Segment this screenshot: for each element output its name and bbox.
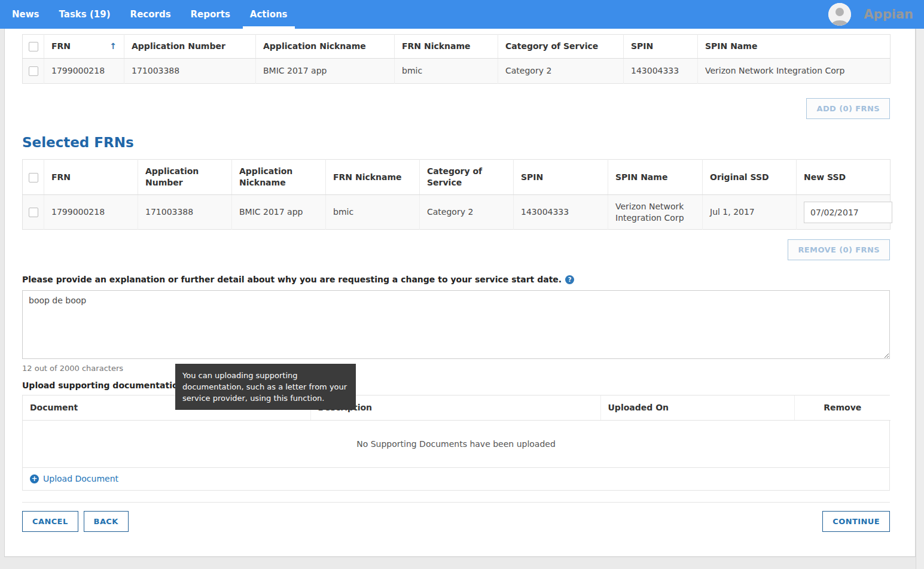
column-header-spin[interactable]: SPIN	[624, 35, 698, 59]
column-header-frn[interactable]: FRN ↑	[44, 35, 124, 59]
cell-frn-nickname: bmic	[326, 195, 420, 230]
selected-frns-heading: Selected FRNs	[22, 135, 890, 150]
column-header-original-ssd[interactable]: Original SSD	[703, 160, 797, 195]
column-header-application-nickname[interactable]: Application Nickname	[232, 160, 326, 195]
vertical-scrollbar[interactable]	[916, 29, 924, 569]
character-count: 12 out of 2000 characters	[22, 364, 890, 373]
cell-category-of-service: Category 2	[498, 59, 624, 84]
table-header-row: FRN ↑ Application Number Application Nic…	[23, 35, 891, 59]
cell-spin: 143004333	[624, 59, 698, 84]
nav-item-tasks[interactable]: Tasks (19)	[52, 0, 118, 29]
person-icon	[828, 3, 851, 26]
cell-application-number: 171003388	[138, 195, 232, 230]
active-tab-underline	[243, 26, 295, 29]
nav-item-actions[interactable]: Actions	[243, 0, 295, 29]
cell-spin-name: Verizon Network Integration Corp	[698, 59, 891, 84]
selected-frns-table: FRN Application Number Application Nickn…	[22, 159, 891, 230]
nav-item-news[interactable]: News	[5, 0, 47, 29]
column-header-new-ssd[interactable]: New SSD	[797, 160, 891, 195]
column-header-remove: Remove	[794, 395, 891, 420]
nav-item-label: Records	[130, 9, 171, 20]
nav-item-records[interactable]: Records	[123, 0, 178, 29]
cell-application-nickname: BMIC 2017 app	[232, 195, 326, 230]
column-header-application-number[interactable]: Application Number	[124, 35, 256, 59]
new-ssd-input[interactable]	[804, 202, 892, 223]
table-header-row: Document Description Uploaded On Remove	[23, 395, 891, 420]
column-header-category-of-service[interactable]: Category of Service	[498, 35, 624, 59]
explanation-label-text: Please provide an explanation or further…	[22, 273, 562, 285]
column-header-category-of-service[interactable]: Category of Service	[420, 160, 514, 195]
upload-document-label: Upload Document	[43, 474, 118, 483]
column-header-spin[interactable]: SPIN	[514, 160, 608, 195]
table-header-row: FRN Application Number Application Nickn…	[23, 160, 891, 195]
available-frns-table: FRN ↑ Application Number Application Nic…	[22, 34, 891, 84]
add-frns-button[interactable]: ADD (0) FRNS	[806, 98, 890, 119]
upload-document-link[interactable]: + Upload Document	[30, 474, 118, 483]
remove-frns-button[interactable]: REMOVE (0) FRNS	[788, 239, 890, 260]
column-header-frn[interactable]: FRN	[44, 160, 138, 195]
select-all-checkbox[interactable]	[29, 173, 38, 182]
top-navbar: News Tasks (19) Records Reports Actions …	[0, 0, 924, 29]
cancel-button[interactable]: CANCEL	[22, 511, 78, 532]
user-avatar-icon[interactable]	[828, 3, 851, 26]
column-header-frn-nickname[interactable]: FRN Nickname	[395, 35, 498, 59]
nav-item-reports[interactable]: Reports	[184, 0, 237, 29]
plus-circle-icon: +	[30, 474, 39, 483]
table-row: 1799000218 171003388 BMIC 2017 app bmic …	[23, 195, 891, 230]
documents-section: Document Description Uploaded On Remove …	[22, 395, 890, 491]
cell-original-ssd: Jul 1, 2017	[703, 195, 797, 230]
main-content: FRN ↑ Application Number Application Nic…	[4, 29, 916, 557]
cell-spin: 143004333	[514, 195, 608, 230]
column-header-application-number[interactable]: Application Number	[138, 160, 232, 195]
row-checkbox[interactable]	[29, 208, 38, 217]
column-header-label: FRN	[51, 41, 71, 51]
nav-item-label: News	[12, 9, 39, 20]
explanation-textarea[interactable]: boop de boop	[22, 290, 890, 359]
no-documents-message: No Supporting Documents have been upload…	[23, 421, 889, 468]
nav-item-label: Actions	[250, 9, 288, 20]
cell-category-of-service: Category 2	[420, 195, 514, 230]
cell-application-number: 171003388	[124, 59, 256, 84]
continue-button[interactable]: CONTINUE	[822, 511, 890, 532]
sort-ascending-icon[interactable]: ↑	[109, 41, 117, 52]
cell-frn: 1799000218	[44, 195, 138, 230]
appian-logo: Appian	[864, 7, 913, 22]
column-header-frn-nickname[interactable]: FRN Nickname	[326, 160, 420, 195]
cell-frn-nickname: bmic	[395, 59, 498, 84]
cell-application-nickname: BMIC 2017 app	[256, 59, 395, 84]
column-header-application-nickname[interactable]: Application Nickname	[256, 35, 395, 59]
nav-item-label: Reports	[191, 9, 230, 20]
cell-spin-name: Verizon Network Integration Corp	[608, 195, 703, 230]
table-row: 1799000218 171003388 BMIC 2017 app bmic …	[23, 59, 891, 84]
upload-documentation-label: Upload supporting documentation ? You ca…	[22, 381, 890, 391]
footer-actions: CANCEL BACK CONTINUE	[22, 511, 890, 556]
footer-divider	[22, 502, 890, 503]
row-checkbox[interactable]	[29, 66, 38, 76]
cell-new-ssd	[797, 195, 891, 230]
cell-frn: 1799000218	[44, 59, 124, 84]
upload-label-text: Upload supporting documentation	[22, 381, 184, 391]
documents-table: Document Description Uploaded On Remove	[23, 395, 891, 421]
column-header-spin-name[interactable]: SPIN Name	[698, 35, 891, 59]
column-header-spin-name[interactable]: SPIN Name	[608, 160, 703, 195]
explanation-label: Please provide an explanation or further…	[22, 273, 890, 285]
help-tooltip: You can uploading supporting documentati…	[175, 364, 356, 410]
upload-document-row: + Upload Document	[23, 468, 889, 490]
column-header-uploaded-on: Uploaded On	[600, 395, 794, 420]
select-all-checkbox[interactable]	[29, 42, 38, 51]
nav-item-label: Tasks (19)	[59, 9, 111, 20]
help-icon[interactable]: ?	[565, 275, 574, 284]
back-button[interactable]: BACK	[84, 511, 129, 532]
